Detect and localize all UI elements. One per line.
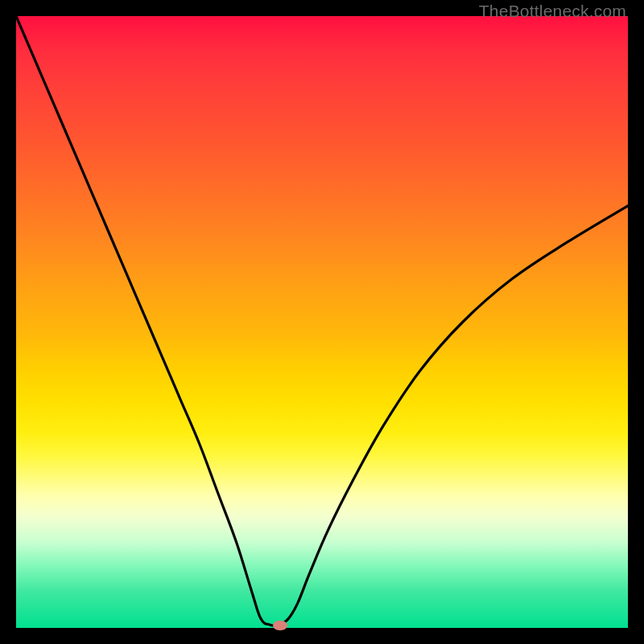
watermark-text: TheBottleneck.com <box>479 2 626 21</box>
bottleneck-curve <box>16 16 628 628</box>
chart-frame <box>16 16 628 628</box>
optimal-point-marker <box>273 621 287 630</box>
